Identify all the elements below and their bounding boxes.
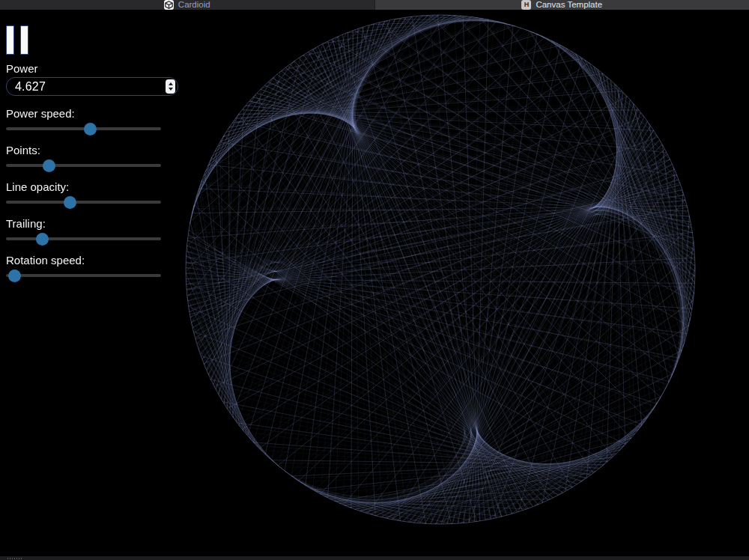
power-speed-label: Power speed: — [6, 108, 75, 119]
points-label: Points: — [6, 144, 40, 156]
rotation-speed-label: Rotation speed: — [6, 255, 85, 266]
slider-thumb[interactable] — [64, 196, 76, 209]
pause-icon — [20, 25, 28, 55]
h-favicon-icon: H — [521, 0, 531, 10]
power-label: Power — [6, 63, 38, 74]
pause-button[interactable] — [6, 25, 28, 55]
trailing-slider[interactable] — [6, 237, 161, 240]
power-value: 4.627 — [7, 80, 46, 94]
line-opacity-label: Line opacity: — [6, 181, 69, 192]
slider-thumb[interactable] — [43, 159, 55, 172]
tab-cardioid[interactable]: Cardioid — [0, 0, 374, 10]
pause-icon — [6, 25, 14, 55]
window-texture-dots — [7, 558, 22, 559]
power-input[interactable]: 4.627 — [6, 77, 178, 96]
power-speed-slider[interactable] — [6, 127, 161, 130]
slider-thumb[interactable] — [8, 270, 21, 282]
tab-label: Cardioid — [178, 0, 210, 10]
line-opacity-slider[interactable] — [6, 201, 161, 204]
points-slider[interactable] — [6, 164, 161, 167]
stepper-down-icon[interactable] — [169, 88, 173, 91]
number-stepper[interactable] — [166, 79, 175, 94]
stepper-up-icon[interactable] — [169, 82, 173, 85]
browser-tab-bar: Cardioid H Canvas Template — [0, 0, 749, 10]
slider-thumb[interactable] — [84, 123, 97, 136]
tab-canvas-template[interactable]: H Canvas Template — [374, 0, 749, 10]
trailing-label: Trailing: — [6, 218, 46, 229]
window-bottom-bar — [0, 556, 749, 560]
slider-thumb[interactable] — [36, 233, 49, 246]
rotation-speed-slider[interactable] — [6, 274, 161, 277]
tab-label: Canvas Template — [536, 0, 602, 10]
cube-favicon-icon — [164, 0, 174, 10]
